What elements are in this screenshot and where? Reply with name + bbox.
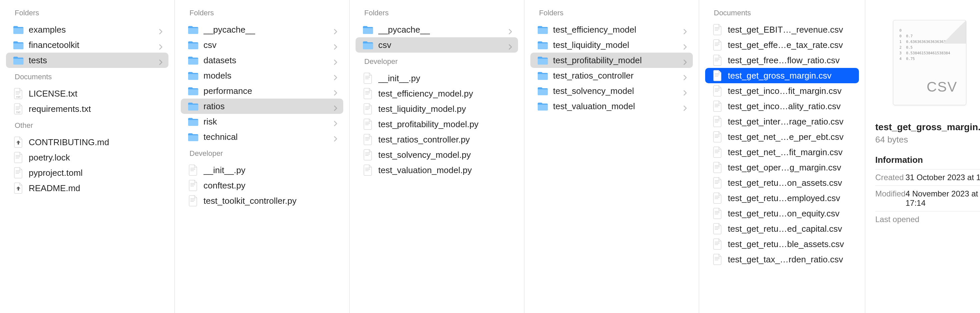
section-header-folders: Folders [0,4,175,22]
svg-rect-2 [16,94,19,95]
folder-item[interactable]: technical [181,129,343,144]
folder-item[interactable]: test_liquidity_model [530,37,693,53]
item-label: test_get_tax_…rden_ratio.csv [728,255,854,265]
file-item[interactable]: test_get_retu…employed.csv [705,190,859,206]
svg-rect-83 [715,226,719,227]
svg-rect-46 [715,30,718,31]
section-header-documents: Documents [699,4,865,22]
file-item[interactable]: test_efficiency_model.py [356,86,518,101]
item-label: test_efficiency_model.py [378,89,513,99]
folder-icon [188,55,199,66]
py-file-icon [362,73,374,84]
svg-rect-64 [715,122,718,123]
folder-item[interactable]: examples [6,22,169,37]
folder-item[interactable]: datasets [181,53,343,68]
finder-column-view: FoldersexamplesfinancetoolkittestsDocume… [0,0,980,313]
file-item[interactable]: conftest.py [181,178,343,193]
folder-item[interactable]: test_valuation_model [530,98,693,114]
info-key: Modified [875,189,905,208]
folder-item[interactable]: csv [181,37,343,53]
file-item[interactable]: test_get_inco…ality_ratio.csv [705,98,859,114]
item-label: test_get_EBIT…_revenue.csv [728,25,854,35]
file-item[interactable]: test_profitability_model.py [356,117,518,132]
folder-icon [188,131,199,142]
file-item[interactable]: __init__.py [356,71,518,86]
folder-item[interactable]: __pycache__ [356,22,518,37]
folder-item[interactable]: models [181,68,343,83]
folder-icon [188,39,199,51]
file-item[interactable]: test_ratios_controller.py [356,132,518,147]
folder-item[interactable]: __pycache__ [181,22,343,37]
py-file-icon [362,149,374,161]
file-item[interactable]: test_get_oper…g_margin.csv [705,160,859,175]
item-label: CONTRIBUTING.md [29,137,164,147]
svg-rect-69 [715,151,719,152]
file-item[interactable]: __init__.py [181,163,343,178]
file-item[interactable]: test_get_inter…rage_ratio.csv [705,114,859,129]
file-item[interactable]: test_get_retu…ed_capital.csv [705,221,859,236]
item-label: csv [378,40,508,50]
file-item[interactable]: test_liquidity_model.py [356,101,518,117]
svg-rect-43 [365,171,369,171]
file-item[interactable]: pyproject.toml [6,165,169,180]
item-label: requirements.txt [29,104,164,114]
file-item[interactable]: test_get_EBIT…_revenue.csv [705,22,859,37]
svg-rect-89 [715,257,719,258]
folder-item[interactable]: test_ratios_controller [530,68,693,83]
csv-file-icon [712,131,723,142]
folder-item[interactable]: csv [356,37,518,53]
py-file-icon [188,180,199,191]
file-item[interactable]: TXTrequirements.txt [6,101,169,117]
file-item[interactable]: test_solvency_model.py [356,147,518,163]
chevron-right-icon [332,134,339,140]
folder-item[interactable]: performance [181,83,343,98]
file-item[interactable]: test_get_inco…fit_margin.csv [705,83,859,98]
section-header-folders: Folders [524,4,699,22]
file-item[interactable]: test_get_tax_…rden_ratio.csv [705,252,859,267]
preview-icon-type: CSV [927,79,957,95]
folder-item[interactable]: test_efficiency_model [530,22,693,37]
svg-rect-60 [715,105,719,106]
file-item[interactable]: test_valuation_model.py [356,163,518,178]
svg-text:TXT: TXT [16,96,21,98]
svg-rect-38 [365,152,370,153]
file-item[interactable]: CONTRIBUTING.md [6,134,169,150]
section-header-documents: Documents [0,68,175,86]
md-file-icon [13,182,24,194]
column-2: Folders__pycache__csvDeveloper__init__.p… [350,0,524,313]
folder-item[interactable]: test_solvency_model [530,83,693,98]
chevron-right-icon [682,57,688,63]
file-item[interactable]: test_get_retu…on_equity.csv [705,206,859,221]
folder-icon [537,55,548,66]
file-item[interactable]: TXTLICENSE.txt [6,86,169,101]
file-item[interactable]: test_get_free…flow_ratio.csv [705,53,859,68]
file-item[interactable]: test_get_net_…fit_margin.csv [705,144,859,160]
item-label: test_valuation_model.py [378,165,513,175]
item-label: __init__.py [378,73,513,84]
file-item[interactable]: test_toolkit_controller.py [181,193,343,209]
folder-icon [537,24,548,35]
folder-icon [188,116,199,127]
svg-rect-16 [191,171,194,171]
chevron-right-icon [158,57,164,63]
file-item[interactable]: test_get_gross_margin.csv [705,68,859,83]
folder-item[interactable]: tests [6,53,169,68]
file-item[interactable]: poetry.lock [6,150,169,165]
file-item[interactable]: test_get_retu…on_assets.csv [705,175,859,190]
chevron-right-icon [332,27,339,33]
svg-rect-36 [365,139,370,139]
file-item[interactable]: README.md [6,180,169,196]
folder-item[interactable]: ratios [181,98,343,114]
chevron-right-icon [682,42,688,48]
file-item[interactable]: test_get_effe…e_tax_rate.csv [705,37,859,53]
chevron-right-icon [332,103,339,109]
svg-rect-72 [715,166,719,167]
file-item[interactable]: test_get_net_…e_per_ebt.csv [705,129,859,144]
csv-file-icon [712,85,723,96]
folder-item[interactable]: risk [181,114,343,129]
folder-item[interactable]: financetoolkit [6,37,169,53]
file-item[interactable]: test_get_retu…ble_assets.csv [705,236,859,252]
item-label: test_get_oper…g_margin.csv [728,163,854,173]
folder-item[interactable]: test_profitability_model [530,53,693,68]
svg-rect-34 [365,125,369,125]
